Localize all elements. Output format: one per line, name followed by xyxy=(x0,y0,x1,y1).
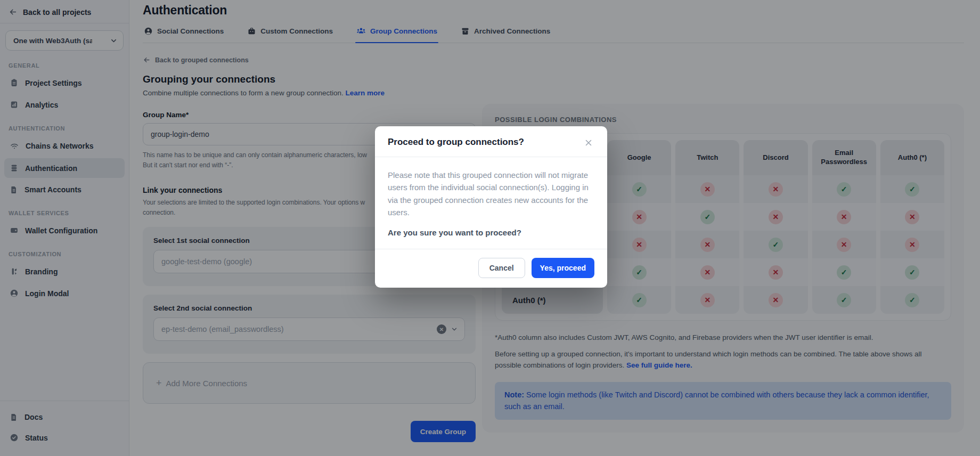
close-icon[interactable] xyxy=(583,137,594,149)
dialog-title: Proceed to group connections? xyxy=(388,137,524,148)
dialog-footer: Cancel Yes, proceed xyxy=(375,249,607,288)
dialog-body: Please note that this grouped connection… xyxy=(375,157,607,249)
dialog-header: Proceed to group connections? xyxy=(375,126,607,157)
dialog-question: Are you sure you want to proceed? xyxy=(388,228,594,237)
confirm-button[interactable]: Yes, proceed xyxy=(532,258,594,278)
cancel-button[interactable]: Cancel xyxy=(478,258,525,278)
dialog-message: Please note that this grouped connection… xyxy=(388,169,594,218)
proceed-dialog: Proceed to group connections? Please not… xyxy=(375,126,607,288)
